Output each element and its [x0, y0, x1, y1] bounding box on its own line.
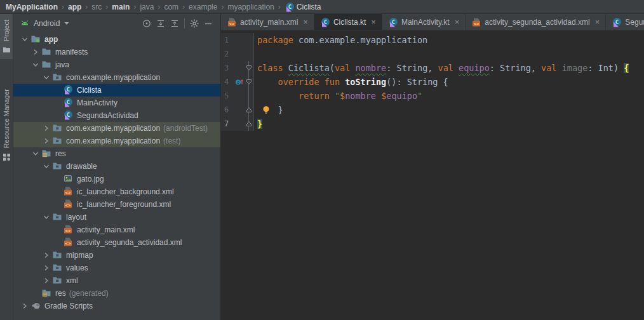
- tree-row-app[interactable]: app: [13, 33, 220, 46]
- editor-gutter[interactable]: 7: [221, 117, 254, 131]
- close-icon[interactable]: ×: [455, 17, 460, 27]
- collapse-all-icon[interactable]: [168, 17, 182, 30]
- tree-row-label: com.example.myapplication: [66, 137, 160, 145]
- tree-row-values[interactable]: values: [13, 262, 220, 274]
- breadcrumb-item[interactable]: example: [189, 3, 217, 11]
- tree-row-segundaactividad[interactable]: C SegundaActividad: [13, 109, 220, 122]
- svg-text:<>: <>: [65, 227, 71, 233]
- fold-column: [245, 47, 253, 61]
- breadcrumb-item[interactable]: src: [91, 3, 102, 11]
- tree-row-drawable[interactable]: drawable: [13, 160, 220, 173]
- breadcrumb-item[interactable]: com: [164, 3, 178, 11]
- tree-row-com-example-myapplication[interactable]: com.example.myapplication (test): [13, 135, 220, 147]
- editor-gutter[interactable]: 6: [221, 103, 254, 117]
- tree-row-gato-jpg[interactable]: gato.jpg: [13, 173, 220, 185]
- chevron-down-icon[interactable]: [19, 34, 30, 44]
- breadcrumb-item[interactable]: app: [68, 3, 81, 11]
- chevron-right-icon[interactable]: [41, 123, 52, 133]
- editor-tab-activity-main-xml[interactable]: <> activity_main.xml ×: [221, 14, 314, 30]
- close-icon[interactable]: ×: [595, 17, 600, 27]
- folder-icon: [41, 59, 51, 69]
- tree-row-com-example-myapplication[interactable]: com.example.myapplication: [13, 71, 220, 84]
- editor-gutter[interactable]: 3: [221, 61, 254, 75]
- breadcrumb-item[interactable]: MyApplication: [6, 3, 58, 11]
- project-panel: Android app manifests java com.example.m…: [13, 14, 220, 320]
- svg-text:C: C: [615, 18, 619, 25]
- expand-all-icon[interactable]: [154, 17, 168, 30]
- chevron-down-icon[interactable]: [30, 60, 41, 70]
- tree-row-activity-segunda-actividad-xml[interactable]: <> activity_segunda_actividad.xml: [13, 236, 220, 249]
- tree-row-mipmap[interactable]: mipmap: [13, 249, 220, 262]
- editor-tab-mainactivity-kt[interactable]: C MainActivity.kt ×: [382, 14, 466, 30]
- editor-gutter[interactable]: 2: [221, 47, 254, 61]
- tree-row-layout[interactable]: layout: [13, 211, 220, 223]
- code-editor[interactable]: 1 package com.example.myapplication 2 3 …: [221, 30, 644, 320]
- breadcrumb-item[interactable]: myapplication: [227, 3, 274, 11]
- editor-gutter[interactable]: 5: [221, 89, 254, 103]
- breadcrumb: MyApplication›app›src›main›java›com›exam…: [0, 0, 644, 14]
- chev-down-icon: [30, 149, 41, 159]
- package-folder-icon: [52, 161, 62, 171]
- override-method-icon[interactable]: o: [234, 77, 245, 86]
- fold-marker-icon[interactable]: [245, 61, 253, 75]
- chev-down-icon: [41, 72, 51, 83]
- editor-tab-segundaa[interactable]: C SegundaA: [606, 14, 644, 30]
- chevron-down-icon[interactable]: [41, 161, 52, 171]
- chevron-right-icon[interactable]: [30, 47, 41, 57]
- settings-icon[interactable]: [187, 17, 201, 30]
- tree-row-gradle-scripts[interactable]: Gradle Scripts: [13, 300, 220, 312]
- fold-marker-icon[interactable]: [245, 117, 253, 131]
- tree-row-res[interactable]: res (generated): [13, 287, 220, 300]
- breadcrumb-item[interactable]: main: [112, 3, 130, 11]
- tool-stripe-button-project[interactable]: Project: [0, 14, 13, 59]
- chevron-right-icon[interactable]: [41, 276, 52, 286]
- tree-row-xml[interactable]: xml: [13, 274, 220, 287]
- fold-marker-icon[interactable]: [245, 75, 253, 89]
- tree-row-com-example-myapplication[interactable]: com.example.myapplication (androidTest): [13, 122, 220, 135]
- project-view-selector[interactable]: Android: [20, 18, 70, 29]
- chev-right-icon: [41, 136, 51, 146]
- tree-row-res[interactable]: res: [13, 147, 220, 160]
- chevron-right-icon[interactable]: [19, 301, 30, 311]
- tree-row-label: res: [55, 149, 66, 158]
- chevron-right-icon[interactable]: [41, 250, 52, 260]
- code-line-3[interactable]: 3 class Ciclista(val nombre: String, val…: [221, 61, 644, 75]
- close-icon[interactable]: ×: [303, 17, 308, 27]
- chevron-down-icon[interactable]: [41, 212, 52, 222]
- tool-stripe-button-resource-manager[interactable]: Resource Manager: [0, 83, 13, 166]
- tree-row-manifests[interactable]: manifests: [13, 46, 220, 58]
- breadcrumb-separator-icon: ›: [158, 3, 160, 11]
- locate-icon[interactable]: [140, 17, 154, 30]
- tree-row-java[interactable]: java: [13, 58, 220, 71]
- tree-row-label: mipmap: [66, 251, 93, 260]
- tree-row-label: MainActivity: [77, 98, 117, 107]
- hide-icon[interactable]: [201, 17, 215, 30]
- breadcrumb-item[interactable]: CCiclista: [285, 2, 321, 12]
- code-line-7[interactable]: 7 }: [221, 117, 644, 131]
- close-icon[interactable]: ×: [371, 17, 376, 27]
- tree-row-activity-main-xml[interactable]: <> activity_main.xml: [13, 223, 220, 236]
- breadcrumb-item[interactable]: java: [140, 3, 154, 11]
- tree-row-ic-launcher-foreground-xml[interactable]: <> ic_launcher_foreground.xml: [13, 198, 220, 211]
- tree-row-ciclista[interactable]: C Ciclista: [13, 84, 220, 97]
- editor-tab-activity-segunda-actividad-xml[interactable]: <> activity_segunda_actividad.xml ×: [466, 14, 606, 30]
- code-line-2[interactable]: 2: [221, 47, 644, 61]
- code-line-5[interactable]: 5 return "$nombre $equipo": [221, 89, 644, 103]
- image-file-icon: [63, 173, 73, 183]
- editor-gutter[interactable]: 4 o: [221, 75, 254, 89]
- fold-marker-icon[interactable]: [245, 103, 253, 117]
- chevron-right-icon[interactable]: [41, 263, 52, 273]
- intention-bulb-icon[interactable]: [262, 105, 271, 116]
- editor-tab-ciclista-kt[interactable]: C Ciclista.kt ×: [314, 14, 382, 30]
- editor-gutter[interactable]: 1: [221, 33, 254, 47]
- chev-right-icon: [20, 301, 30, 311]
- chevron-down-icon[interactable]: [41, 72, 52, 83]
- svg-text:<>: <>: [65, 189, 71, 195]
- code-line-1[interactable]: 1 package com.example.myapplication: [221, 33, 644, 47]
- code-line-6[interactable]: 6 }: [221, 103, 644, 117]
- chevron-down-icon[interactable]: [30, 149, 41, 159]
- tree-row-mainactivity[interactable]: C MainActivity: [13, 97, 220, 109]
- chevron-right-icon[interactable]: [41, 136, 52, 146]
- code-line-4[interactable]: 4 o override fun toString(): String {: [221, 75, 644, 89]
- tree-row-ic-launcher-background-xml[interactable]: <> ic_launcher_background.xml: [13, 185, 220, 198]
